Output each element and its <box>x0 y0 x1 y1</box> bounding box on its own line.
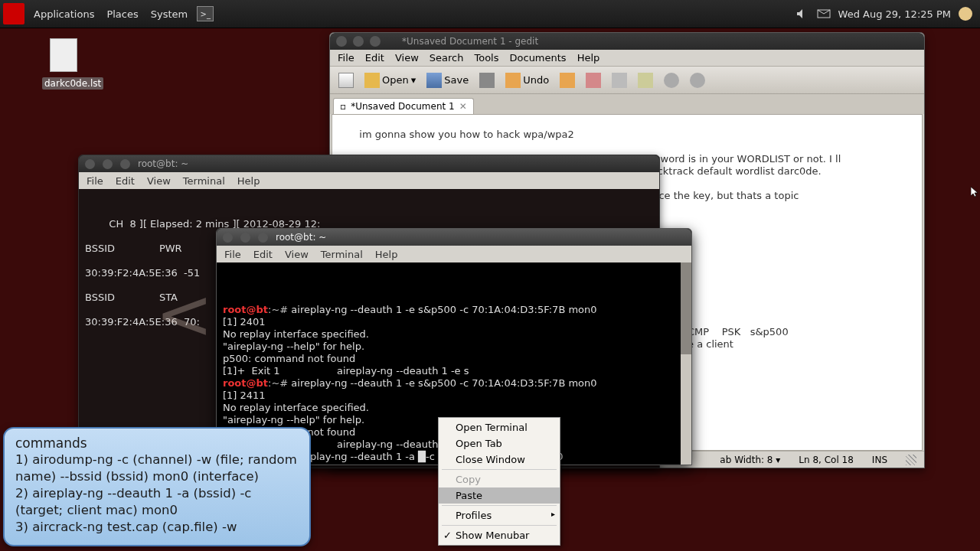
scrollbar[interactable] <box>681 262 691 465</box>
paste-button[interactable] <box>634 70 657 90</box>
maximize-icon[interactable] <box>353 36 364 47</box>
menu-file[interactable]: File <box>82 174 108 188</box>
close-icon[interactable] <box>120 159 130 169</box>
cursor-position: Ln 8, Col 18 <box>799 455 854 465</box>
top-panel: Applications Places System >_ Wed Aug 29… <box>0 0 980 28</box>
new-button[interactable] <box>335 70 358 90</box>
chevron-down-icon: ▾ <box>411 74 416 86</box>
system-menu[interactable]: System <box>145 4 194 24</box>
save-label: Save <box>444 74 469 86</box>
menu-tools[interactable]: Tools <box>469 51 503 65</box>
menu-file[interactable]: File <box>220 247 246 262</box>
extra-line-1: CMP PSK s&p500 <box>688 326 789 337</box>
open-button[interactable]: Open ▾ <box>361 70 420 90</box>
save-icon <box>426 73 442 88</box>
menu-terminal[interactable]: Terminal <box>178 174 230 188</box>
ctx-copy: Copy <box>439 471 560 487</box>
desktop-file-icon[interactable]: darkc0de.lst <box>42 38 84 90</box>
user-icon[interactable] <box>959 7 972 21</box>
mouse-cursor <box>971 186 978 197</box>
applications-menu[interactable]: Applications <box>28 4 100 24</box>
clock-text[interactable]: Wed Aug 29, 12:25 PM <box>838 8 951 20</box>
volume-icon[interactable] <box>795 8 809 19</box>
term2-menubar: File Edit View Terminal Help <box>217 246 691 262</box>
distro-logo[interactable] <box>3 3 24 24</box>
menu-terminal[interactable]: Terminal <box>316 247 368 262</box>
term1-titlebar[interactable]: root@bt: ~ <box>79 155 659 172</box>
cut-icon <box>586 73 601 88</box>
places-menu[interactable]: Places <box>100 4 144 24</box>
minimize-icon[interactable] <box>85 159 95 169</box>
menu-view[interactable]: View <box>390 51 423 65</box>
menu-file[interactable]: File <box>333 51 359 65</box>
menu-documents[interactable]: Documents <box>505 51 571 65</box>
undo-button[interactable]: Undo <box>501 70 553 90</box>
ctx-profiles[interactable]: Profiles <box>439 507 560 523</box>
menu-view[interactable]: View <box>142 174 175 188</box>
separator <box>442 469 557 470</box>
note-line-2: 2) aireplay-ng --deauth 1 -a (bssid) -c … <box>15 485 299 519</box>
gedit-titlebar[interactable]: *Unsaved Document 1 - gedit <box>330 33 924 50</box>
menu-edit[interactable]: Edit <box>361 51 389 65</box>
minimize-icon[interactable] <box>336 36 347 47</box>
menu-edit[interactable]: Edit <box>111 174 139 188</box>
minimize-icon[interactable] <box>223 233 233 243</box>
document-tab[interactable]: ▫ *Unsaved Document 1 ✕ <box>333 98 474 114</box>
window-title: root@bt: ~ <box>276 232 326 243</box>
ctx-paste[interactable]: Paste <box>439 487 560 504</box>
find-icon <box>664 73 679 88</box>
paste-icon <box>638 73 653 88</box>
replace-button[interactable] <box>686 70 709 90</box>
close-icon[interactable] <box>258 233 268 243</box>
undo-icon <box>505 73 521 88</box>
window-title: root@bt: ~ <box>138 158 188 169</box>
print-button[interactable] <box>475 70 498 90</box>
note-title: commands <box>15 435 299 452</box>
close-icon[interactable] <box>370 36 381 47</box>
scrollbar-thumb[interactable] <box>681 262 691 354</box>
insert-mode: INS <box>872 455 887 465</box>
cut-button[interactable] <box>582 70 605 90</box>
context-menu: Open Terminal Open Tab Close Window Copy… <box>438 417 560 546</box>
gedit-tabbar: ▫ *Unsaved Document 1 ✕ <box>330 94 924 114</box>
menu-help[interactable]: Help <box>371 247 403 262</box>
extra-line-2: e a client <box>688 338 733 350</box>
ctx-close-window[interactable]: Close Window <box>439 452 560 468</box>
find-button[interactable] <box>660 70 683 90</box>
open-label: Open <box>382 74 409 86</box>
ctx-open-terminal[interactable]: Open Terminal <box>439 419 560 435</box>
file-icon <box>50 38 77 72</box>
tab-width-label[interactable]: ab Width: 8 ▾ <box>720 455 780 465</box>
commands-note: commands 1) airodump-ng -c (channel) -w … <box>3 427 311 546</box>
gedit-menubar: File Edit View Search Tools Documents He… <box>330 50 924 67</box>
terminal-launcher-icon[interactable]: >_ <box>197 6 214 21</box>
tab-close-icon[interactable]: ✕ <box>459 101 467 112</box>
window-title: *Unsaved Document 1 - gedit <box>387 36 918 47</box>
copy-icon <box>612 73 627 88</box>
menu-search[interactable]: Search <box>425 51 469 65</box>
new-file-icon <box>338 73 354 88</box>
replace-icon <box>690 73 705 88</box>
undo-label: Undo <box>523 74 549 86</box>
save-button[interactable]: Save <box>423 70 472 90</box>
menu-edit[interactable]: Edit <box>249 247 277 262</box>
redo-icon <box>560 73 575 88</box>
copy-button[interactable] <box>608 70 631 90</box>
separator <box>442 505 557 506</box>
menu-help[interactable]: Help <box>233 174 265 188</box>
maximize-icon[interactable] <box>240 233 250 243</box>
ctx-show-menubar[interactable]: Show Menubar <box>439 527 560 543</box>
tab-label: *Unsaved Document 1 <box>351 101 455 112</box>
ctx-open-tab[interactable]: Open Tab <box>439 435 560 452</box>
separator <box>442 525 557 526</box>
menu-help[interactable]: Help <box>573 51 605 65</box>
file-icon: ▫ <box>340 101 346 112</box>
print-icon <box>479 73 495 88</box>
redo-button[interactable] <box>556 70 579 90</box>
gedit-toolbar: Open ▾ Save Undo <box>330 67 924 94</box>
term2-titlebar[interactable]: root@bt: ~ <box>217 229 691 246</box>
menu-view[interactable]: View <box>280 247 313 262</box>
maximize-icon[interactable] <box>103 159 113 169</box>
resize-grip[interactable] <box>906 455 916 465</box>
mail-icon[interactable] <box>817 8 831 19</box>
